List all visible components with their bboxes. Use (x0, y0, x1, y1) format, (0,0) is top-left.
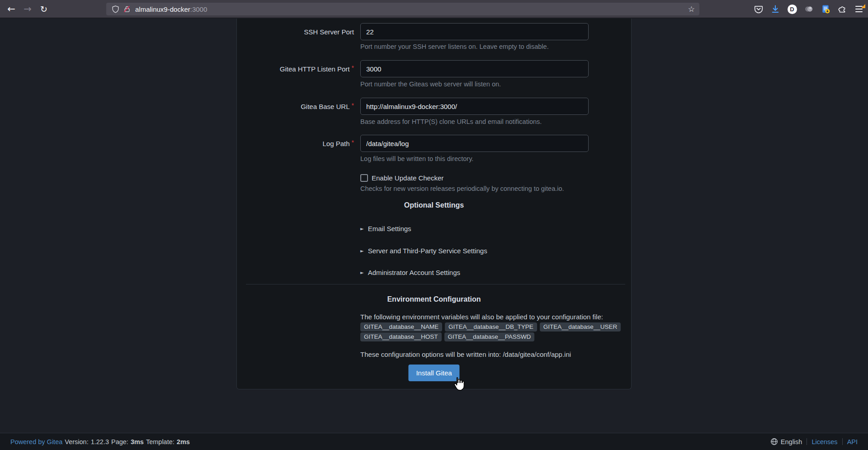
section-divider (246, 284, 625, 284)
env-outro-text: These configuration options will be writ… (360, 350, 571, 359)
env-variables-row-1: GITEA__database__NAME GITEA__database__D… (360, 322, 621, 332)
insecure-lock-icon[interactable] (123, 5, 131, 13)
extension-spheres-icon[interactable] (803, 4, 814, 14)
extension-document-icon[interactable] (820, 4, 831, 14)
reload-icon[interactable]: ↻ (37, 3, 51, 15)
log-path-label: Log Path* (237, 140, 354, 148)
env-variable-badge: GITEA__database__HOST (360, 332, 442, 341)
env-variable-badge: GITEA__database__NAME (360, 322, 442, 332)
collapsed-arrow-icon: ► (360, 247, 364, 255)
ssh-port-help: Port number your SSH server listens on. … (360, 43, 549, 51)
page-footer: Powered by Gitea Version: 1.22.3 Page: 3… (0, 433, 868, 450)
base-url-label: Gitea Base URL* (237, 103, 354, 111)
env-variables-row-2: GITEA__database__HOST GITEA__database__P… (360, 332, 534, 341)
gitea-install-page: SSH Server Port Port number your SSH ser… (0, 19, 868, 433)
api-link[interactable]: API (847, 438, 858, 445)
env-variable-badge: GITEA__database__PASSWD (444, 332, 535, 341)
install-form-panel: SSH Server Port Port number your SSH ser… (236, 19, 632, 389)
required-marker: * (352, 64, 354, 71)
collapsed-arrow-icon: ► (360, 225, 364, 233)
update-checker-checkbox[interactable] (360, 174, 368, 182)
downloads-icon[interactable] (770, 4, 781, 14)
install-gitea-button[interactable]: Install Gitea (408, 365, 459, 381)
email-settings-toggle[interactable]: ► Email Settings (360, 225, 411, 233)
template-time-value: 2ms (177, 438, 190, 445)
ssh-port-input[interactable] (360, 23, 589, 40)
env-intro-text: The following environment variables will… (360, 313, 603, 321)
version-label: Version: (65, 438, 88, 445)
required-marker: * (352, 102, 354, 109)
powered-by-gitea-link[interactable]: Powered by Gitea (10, 438, 62, 445)
log-path-input[interactable] (360, 135, 589, 152)
menu-hamburger-icon[interactable] (854, 4, 864, 14)
extension-area: D (753, 0, 864, 18)
collapsed-arrow-icon: ► (360, 269, 364, 277)
version-value: 1.22.3 (91, 438, 109, 445)
update-available-badge (861, 4, 865, 8)
optional-settings-heading: Optional Settings (237, 201, 631, 209)
footer-left: Powered by Gitea Version: 1.22.3 Page: 3… (10, 438, 190, 445)
extension-d-icon[interactable]: D (787, 4, 797, 14)
language-selector[interactable]: English (770, 438, 802, 445)
tracking-protection-shield-icon[interactable] (112, 5, 119, 13)
admin-account-settings-toggle[interactable]: ► Administrator Account Settings (360, 269, 460, 277)
forward-icon[interactable]: → (21, 3, 34, 15)
http-port-help: Port number the Giteas web server will l… (360, 80, 501, 88)
url-port: :3000 (190, 5, 208, 13)
browser-toolbar: ← → ↻ almalinux9-docker:3000 ☆ (0, 0, 868, 18)
server-service-settings-label: Server and Third-Party Service Settings (368, 247, 487, 255)
base-url-input[interactable] (360, 98, 589, 115)
log-path-help: Log files will be written to this direct… (360, 155, 473, 163)
env-variable-badge: GITEA__database__DB_TYPE (445, 322, 537, 332)
url-host: almalinux9-docker (135, 5, 190, 13)
ssh-port-label: SSH Server Port (237, 28, 354, 36)
pocket-icon[interactable] (753, 4, 764, 14)
footer-separator (807, 438, 807, 445)
http-port-label: Gitea HTTP Listen Port* (237, 65, 354, 73)
d-letter: D (788, 5, 797, 14)
licenses-link[interactable]: Licenses (811, 438, 837, 445)
bookmark-star-icon[interactable]: ☆ (688, 5, 695, 14)
template-time-label: Template: (146, 438, 175, 445)
language-label: English (781, 438, 802, 445)
url-bar[interactable]: almalinux9-docker:3000 ☆ (106, 3, 699, 15)
footer-right: English Licenses API (770, 438, 858, 445)
back-icon[interactable]: ← (5, 3, 18, 15)
env-variable-badge: GITEA__database__USER (540, 322, 621, 332)
update-checker-help: Checks for new version releases periodic… (360, 185, 564, 193)
required-marker: * (352, 139, 354, 146)
admin-account-settings-label: Administrator Account Settings (368, 269, 460, 277)
page-time-value: 3ms (131, 438, 144, 445)
base-url-help: Base address for HTTP(S) clone URLs and … (360, 118, 542, 126)
extensions-puzzle-icon[interactable] (837, 4, 848, 14)
page-time-label: Page: (111, 438, 128, 445)
footer-separator (842, 438, 843, 445)
server-service-settings-toggle[interactable]: ► Server and Third-Party Service Setting… (360, 247, 487, 255)
globe-icon (770, 438, 778, 445)
http-port-input[interactable] (360, 60, 589, 77)
update-checker-label[interactable]: Enable Update Checker (372, 174, 443, 182)
email-settings-label: Email Settings (368, 225, 411, 233)
environment-config-heading: Environment Configuration (237, 295, 631, 303)
